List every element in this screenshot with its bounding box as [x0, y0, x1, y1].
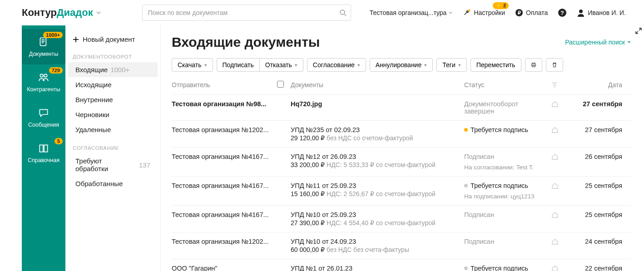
print-icon — [531, 61, 536, 69]
home-icon — [551, 153, 562, 160]
submenu-drafts[interactable]: Черновики — [68, 107, 158, 122]
plus-icon — [73, 36, 79, 43]
new-document-button[interactable]: Новый документ — [65, 33, 160, 51]
home-icon — [551, 100, 562, 108]
svg-point-9 — [40, 74, 43, 77]
table-row[interactable]: Тестовая организация №1202...УПД №235 от… — [172, 120, 631, 147]
rail-reference[interactable]: 5 Справочная — [22, 135, 65, 171]
home-icon — [551, 211, 562, 218]
row-sender: Тестовая организация №1202... — [172, 126, 272, 133]
home-icon — [551, 182, 562, 189]
table-row[interactable]: Тестовая организация №4167...УПД №10 от … — [172, 205, 631, 232]
logo[interactable]: КонтурДиадок — [22, 7, 101, 19]
submenu-inbox[interactable]: Входящие1000+ — [68, 62, 158, 77]
submenu: Новый документ ДОКУМЕНТООБОРОТ Входящие1… — [65, 25, 161, 271]
search-input[interactable] — [142, 5, 351, 21]
nav-rail: 1000+ Документы 729 Контрагенты Сообщени… — [22, 25, 65, 271]
sign-button[interactable]: Подписать — [217, 58, 260, 72]
rail-counterparties[interactable]: 729 Контрагенты — [22, 64, 65, 100]
row-status: Документооборот завершен — [464, 100, 546, 115]
settings-badge: ⚡ 2 — [493, 2, 509, 9]
org-selector[interactable]: Тестовая организац...тура — [370, 9, 453, 16]
reject-button[interactable]: Отказать▾ — [260, 58, 303, 72]
print-button[interactable] — [525, 58, 542, 72]
triangle-down-icon — [627, 40, 631, 44]
table-row[interactable]: Тестовая организация №1202...УПД №10 от … — [172, 232, 631, 259]
group-title-docflow: ДОКУМЕНТООБОРОТ — [65, 51, 160, 62]
settings-link[interactable]: Настройки ⚡ 2 — [463, 9, 505, 17]
row-sender: Тестовая организация №4167... — [172, 182, 272, 189]
table-row[interactable]: Тестовая организация №98...Hq720.jpgДоку… — [172, 94, 631, 120]
row-document: УПД №1 от 26.01.2310 400,00 ₽ НДС: 1 586… — [291, 265, 459, 271]
th-status: Статус — [464, 81, 546, 89]
table-row[interactable]: ООО "Гагарин"УПД №1 от 26.01.2310 400,00… — [172, 259, 631, 271]
row-date: 25 сентября — [568, 182, 622, 189]
svg-text:?: ? — [560, 10, 564, 16]
search-icon[interactable] — [339, 9, 347, 16]
row-status: ПодписанНа согласовании: Test T. — [464, 153, 546, 171]
th-sender: Отправитель — [172, 81, 272, 89]
delete-button[interactable] — [546, 58, 563, 72]
svg-rect-8 — [40, 38, 46, 45]
submenu-internal[interactable]: Внутренние — [68, 92, 158, 107]
svg-point-7 — [579, 10, 583, 13]
payment-link[interactable]: ₽ Оплата — [515, 9, 548, 17]
row-date: 25 сентября — [568, 211, 622, 218]
people-icon — [38, 72, 50, 84]
row-sender: Тестовая организация №4167... — [172, 211, 272, 218]
row-status: Подписан — [464, 211, 546, 218]
ruble-icon: ₽ — [515, 9, 523, 17]
wrench-icon — [463, 9, 471, 17]
status-dot — [464, 184, 468, 187]
row-document: Hq720.jpg — [291, 100, 459, 108]
status-dot — [464, 128, 468, 132]
submenu-outgoing[interactable]: Исходящие — [68, 77, 158, 92]
rail-ref-badge: 5 — [54, 138, 63, 144]
chat-icon — [38, 107, 50, 119]
row-sender: Тестовая организация №98... — [172, 100, 272, 108]
group-title-approval: СОГЛАСОВАНИЕ — [65, 143, 160, 153]
row-status: Подписан — [464, 238, 546, 245]
svg-text:₽: ₽ — [518, 10, 521, 15]
svg-point-10 — [44, 74, 47, 77]
expand-icon[interactable] — [635, 27, 642, 34]
table-row[interactable]: Тестовая организация №4167...УПД №11 от … — [172, 176, 631, 205]
submenu-deleted[interactable]: Удаленные — [68, 122, 158, 137]
row-document: УПД №10 от 24.09.2360 000,00 ₽ без НДС б… — [291, 238, 459, 253]
row-date: 24 сентября — [568, 238, 622, 245]
svg-point-2 — [468, 10, 471, 12]
help-link[interactable]: ? — [558, 8, 567, 17]
row-status: Требуется подписьНа подписании: цуц1213 — [464, 265, 546, 271]
tags-button[interactable]: Теги▾ — [436, 58, 466, 72]
status-sub: На подписании: цуц1213 — [464, 193, 546, 200]
submenu-need-processing[interactable]: Требуют обработки137 — [68, 153, 158, 176]
user-menu[interactable]: Иванов И. И. — [577, 9, 626, 17]
row-document: УПД №10 от 25.09.2327 390,00 ₽ НДС: 4 55… — [291, 211, 459, 227]
filter-icon[interactable] — [551, 82, 562, 88]
row-sender: ООО "Гагарин" — [172, 265, 272, 271]
move-button[interactable]: Переместить — [471, 58, 521, 72]
home-icon — [551, 126, 562, 133]
submenu-processed[interactable]: Обработанные — [68, 176, 158, 191]
row-date: 26 сентября — [568, 153, 622, 160]
approve-button[interactable]: Согласование▾ — [307, 58, 366, 72]
rail-messages[interactable]: Сообщения — [22, 100, 65, 135]
table-row[interactable]: Тестовая организация №4167...УПД №12 от … — [172, 147, 631, 176]
annul-button[interactable]: Аннулирование▾ — [370, 58, 433, 72]
rail-contr-badge: 729 — [49, 67, 63, 74]
rail-documents[interactable]: 1000+ Документы — [22, 29, 65, 64]
home-icon — [551, 238, 562, 245]
row-date: 27 сентября — [568, 126, 622, 133]
book-icon — [38, 143, 50, 154]
user-icon — [577, 9, 585, 17]
svg-line-1 — [344, 14, 346, 16]
page-title: Входящие документы — [172, 34, 320, 50]
download-button[interactable]: Скачать▾ — [172, 58, 213, 72]
home-icon — [551, 265, 562, 271]
th-documents: Документы — [291, 81, 459, 89]
select-all-checkbox[interactable] — [277, 81, 284, 88]
chevron-down-icon[interactable] — [96, 10, 101, 15]
rail-documents-badge: 1000+ — [43, 32, 63, 38]
toolbar: Скачать▾ Подписать Отказать▾ Согласовани… — [172, 58, 631, 72]
advanced-search-link[interactable]: Расширенный поиск — [565, 39, 631, 46]
